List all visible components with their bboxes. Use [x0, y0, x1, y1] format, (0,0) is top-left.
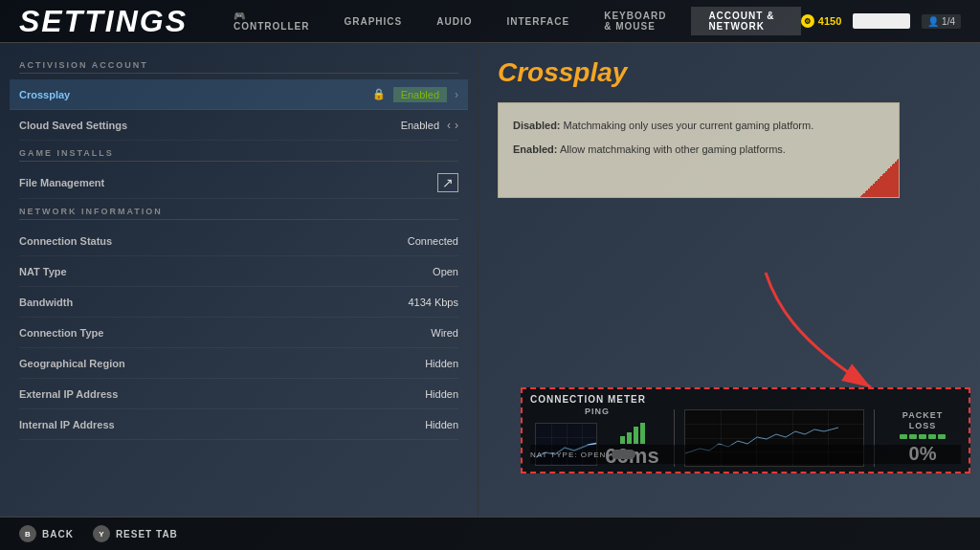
coin-icon: ⚙ [801, 14, 814, 28]
geo-region-value: Hidden [425, 358, 458, 369]
ping-label: PING [585, 407, 610, 416]
back-label: BACK [42, 529, 74, 539]
tab-account-network[interactable]: ACCOUNT & NETWORK [691, 7, 800, 35]
connection-type-row: Connection Type Wired [19, 318, 458, 348]
header: SETTINGS 🎮 CONTROLLER GRAPHICS AUDIO INT… [0, 0, 980, 43]
cloud-save-value: Enabled ‹ › [401, 119, 458, 132]
back-action[interactable]: B BACK [19, 525, 74, 542]
enabled-info: Enabled: Allow matchmaking with other ga… [513, 142, 884, 158]
cloud-save-chevrons[interactable]: ‹ › [447, 119, 458, 132]
tab-interface[interactable]: INTERFACE [490, 12, 588, 31]
nat-type-label: NAT Type [19, 266, 67, 277]
tab-audio[interactable]: AUDIO [419, 12, 489, 31]
coins-value: 4150 [818, 15, 841, 27]
external-link-icon[interactable]: ↗ [437, 173, 458, 192]
disabled-key: Disabled: [513, 120, 561, 131]
tab-graphics[interactable]: GRAPHICS [326, 12, 419, 31]
chevron-right-icon: › [455, 88, 458, 101]
nat-type-value: Open [433, 266, 458, 277]
reset-label: RESET TAB [116, 529, 178, 539]
int-ip-value: Hidden [425, 419, 458, 430]
reset-tab-action[interactable]: Y RESET TAB [93, 525, 178, 542]
chevron-right-icon[interactable]: › [455, 119, 458, 132]
connection-status-row: Connection Status Connected [19, 226, 458, 256]
header-right: ⚙ 4150 👤 1/4 [801, 13, 961, 29]
left-panel: ACTIVISION ACCOUNT Crossplay 🔒 Enabled ›… [0, 43, 479, 517]
bandwidth-label: Bandwidth [19, 297, 73, 308]
cloud-save-row[interactable]: Cloud Saved Settings Enabled ‹ › [19, 110, 458, 141]
crossplay-row[interactable]: Crossplay 🔒 Enabled › [10, 79, 468, 110]
enabled-value: Allow matchmaking with other gaming plat… [560, 143, 786, 155]
back-btn-icon[interactable]: B [19, 525, 36, 542]
disabled-info: Disabled: Matchmaking only uses your cur… [513, 118, 884, 134]
ping-bar-1 [620, 436, 625, 444]
right-panel: Crossplay Disabled: Matchmaking only use… [479, 43, 980, 517]
connection-meter: CONNECTION METER PING [521, 387, 970, 473]
packet-dot-1 [900, 434, 907, 439]
nat-bar: NAT TYPE: OPEN [530, 445, 961, 464]
packet-loss-label: PACKETLOSS [902, 410, 943, 431]
connection-type-value: Wired [431, 327, 458, 339]
ping-bar-2 [627, 432, 632, 444]
ext-ip-row: External IP Address Hidden [19, 379, 458, 409]
nat-type-row: NAT Type Open [19, 256, 458, 287]
file-management-label: File Management [19, 177, 104, 188]
controller-icon: 🎮 [234, 11, 246, 21]
ping-bar-4 [640, 423, 645, 444]
packet-dot-2 [909, 434, 917, 439]
main-content: ACTIVISION ACCOUNT Crossplay 🔒 Enabled ›… [0, 43, 980, 517]
search-bar [853, 13, 910, 29]
reset-btn-icon[interactable]: Y [93, 525, 110, 542]
connection-type-label: Connection Type [19, 327, 103, 339]
chevron-left-icon[interactable]: ‹ [447, 119, 451, 132]
meter-title: CONNECTION METER [530, 394, 646, 405]
int-ip-label: Internal IP Address [19, 419, 115, 430]
page-title: SETTINGS [19, 4, 188, 39]
int-ip-row: Internal IP Address Hidden [19, 409, 458, 440]
packet-dot-5 [938, 434, 946, 439]
bottom-bar: B BACK Y RESET TAB [0, 517, 980, 550]
file-management-value: ↗ [437, 173, 458, 192]
tab-controller[interactable]: 🎮 CONTROLLER [216, 7, 326, 35]
ping-bar-3 [634, 427, 638, 444]
disabled-value: Matchmaking only uses your current gamin… [564, 120, 814, 131]
section-network-label: NETWORK INFORMATION [19, 207, 458, 220]
bandwidth-row: Bandwidth 4134 Kbps [19, 287, 458, 318]
ext-ip-label: External IP Address [19, 388, 118, 400]
coins-display: ⚙ 4150 [801, 14, 841, 28]
section-game-installs-label: GAME INSTALLS [19, 148, 458, 162]
crossplay-title: Crossplay [498, 57, 961, 88]
file-management-row[interactable]: File Management ↗ [19, 167, 458, 199]
enabled-key: Enabled: [513, 143, 557, 155]
section-activision-label: ACTIVISION ACCOUNT [19, 60, 458, 74]
geo-region-row: Geographical Region Hidden [19, 348, 458, 379]
tab-keyboard[interactable]: KEYBOARD & MOUSE [587, 7, 691, 35]
ping-bars [620, 420, 645, 444]
ext-ip-value: Hidden [425, 388, 458, 400]
bandwidth-value: 4134 Kbps [408, 297, 458, 308]
packet-loss-dots [900, 434, 946, 439]
packet-dot-4 [928, 434, 936, 439]
crossplay-info-box: Disabled: Matchmaking only uses your cur… [498, 102, 900, 198]
packet-dot-3 [919, 434, 926, 439]
connection-status-label: Connection Status [19, 235, 112, 247]
nat-toggle [612, 450, 635, 459]
crossplay-label: Crossplay [19, 89, 70, 100]
connection-status-value: Connected [408, 235, 458, 247]
lock-icon: 🔒 [372, 88, 386, 100]
geo-region-label: Geographical Region [19, 358, 125, 369]
nav-tabs: 🎮 CONTROLLER GRAPHICS AUDIO INTERFACE KE… [216, 7, 801, 35]
crossplay-value: 🔒 Enabled › [372, 87, 458, 102]
player-count: 👤 1/4 [922, 14, 961, 29]
nat-type-bar-label: NAT TYPE: OPEN [530, 451, 606, 459]
cloud-save-label: Cloud Saved Settings [19, 120, 127, 131]
